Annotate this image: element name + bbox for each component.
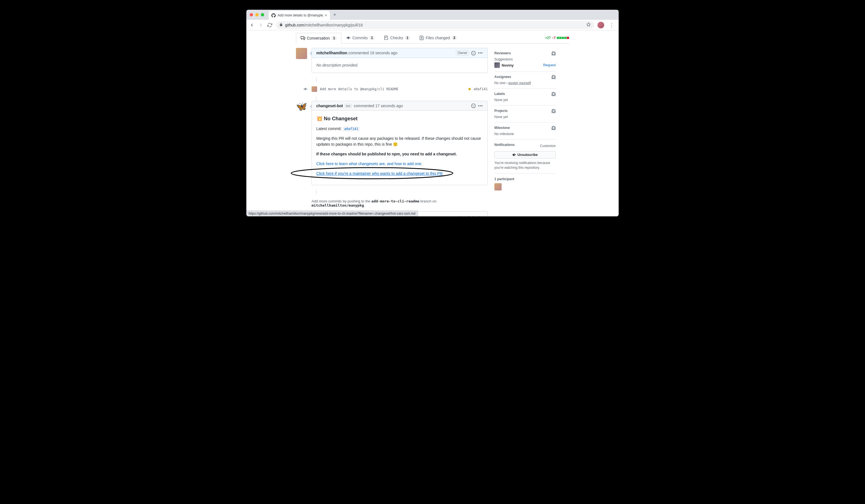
sidebar-participants: 1 participant	[494, 174, 556, 194]
comment-menu-button[interactable]: •••	[478, 104, 483, 108]
sidebar-notifications: Notifications Customize Unsubscribe You'…	[494, 140, 556, 174]
tab-title: Add more details to @manypkg	[278, 13, 323, 17]
verb: commented	[354, 104, 374, 108]
timestamp[interactable]: 19 seconds ago	[370, 51, 397, 55]
bot-avatar[interactable]: 🦋	[296, 101, 307, 112]
comment-heading: 💥 No Changeset	[316, 115, 483, 122]
section-title: Reviewers	[494, 51, 556, 55]
commit-sha-inline[interactable]: a0af141	[343, 126, 360, 131]
github-favicon-icon	[272, 13, 276, 17]
status-pending-icon[interactable]	[469, 88, 471, 90]
participant-avatar[interactable]	[494, 183, 501, 190]
section-title: Labels	[494, 92, 556, 96]
comment-header: changeset-bot bot commented 17 seconds a…	[312, 101, 487, 110]
unsubscribe-button[interactable]: Unsubscribe	[494, 151, 556, 159]
section-title: Milestone	[494, 126, 556, 130]
paragraph: Merging this PR will not cause any packa…	[316, 136, 483, 147]
file-diff-icon	[419, 36, 424, 40]
additions: +27	[545, 36, 551, 40]
assign-yourself-link[interactable]: assign yourself	[509, 81, 531, 85]
tab-conversation[interactable]: Conversation 1	[296, 33, 342, 44]
paragraph: If these changes should be published to …	[316, 151, 483, 157]
avatar[interactable]	[296, 48, 307, 59]
push-hint: Add more commits by pushing to the add-m…	[312, 199, 488, 208]
svg-marker-0	[587, 23, 590, 26]
browser-window: Add more details to @manypkg × + github.…	[246, 10, 619, 216]
forward-button[interactable]	[258, 22, 264, 28]
reviewer-name[interactable]: Noviny	[501, 63, 514, 67]
bookmark-star-icon[interactable]	[586, 22, 591, 28]
checklist-icon	[384, 36, 389, 40]
request-review-link[interactable]: Request	[543, 63, 556, 67]
reviewer-avatar[interactable]	[494, 62, 500, 68]
minimize-window-button[interactable]	[255, 13, 258, 16]
counter: 1	[332, 36, 337, 40]
gear-icon[interactable]	[552, 126, 556, 131]
main-column: mitchellhamilton commented 19 seconds ag…	[296, 48, 488, 216]
commit-sha[interactable]: a0af141	[473, 87, 488, 91]
comment-owner: mitchellhamilton commented 19 seconds ag…	[296, 48, 488, 73]
reload-button[interactable]	[267, 22, 273, 28]
learn-changesets-link[interactable]: Click here to learn what changesets are,…	[316, 162, 422, 166]
mute-icon	[512, 153, 516, 157]
gear-icon[interactable]	[552, 92, 556, 97]
author-link[interactable]: mitchellhamilton	[316, 51, 347, 55]
comment-body: No description provided.	[312, 58, 487, 73]
repo-name: mitchellhamilton/manypkg	[312, 203, 364, 208]
gear-icon[interactable]	[552, 75, 556, 80]
url-text: github.com/mitchellhamilton/manypkg/pull…	[285, 23, 363, 27]
profile-avatar[interactable]	[598, 22, 604, 28]
sidebar: Reviewers Suggestions Noviny Request Ass…	[494, 48, 556, 216]
gear-icon[interactable]	[552, 109, 556, 114]
browser-menu-button[interactable]: ⋮	[608, 22, 616, 28]
sidebar-projects: Projects None yet	[494, 106, 556, 122]
tab-label: Commits	[352, 36, 368, 40]
new-tab-button[interactable]: +	[330, 12, 340, 18]
sidebar-assignees: Assignees No one—assign yourself	[494, 72, 556, 89]
gear-icon[interactable]	[552, 51, 556, 56]
lock-icon	[279, 23, 283, 27]
browser-tab[interactable]: Add more details to @manypkg ×	[269, 11, 330, 20]
verb: commented	[348, 51, 369, 55]
tab-commits[interactable]: Commits 1	[342, 33, 379, 43]
back-button[interactable]	[249, 22, 255, 28]
commit-row: Add more details to @manypkg/cli README …	[312, 86, 488, 92]
none-yet: None yet	[494, 98, 556, 102]
comment-header: mitchellhamilton commented 19 seconds ag…	[312, 48, 487, 58]
commit-avatar[interactable]	[312, 86, 317, 92]
page-content: Conversation 1 Commits 1 Checks 1 Files …	[246, 30, 619, 216]
git-commit-icon	[303, 87, 308, 91]
owner-badge: Owner	[456, 50, 469, 56]
comment-bot: 🦋 changeset-bot bot commented 17 seconds…	[296, 101, 488, 185]
address-bar[interactable]: github.com/mitchellhamilton/manypkg/pull…	[276, 21, 594, 29]
add-changeset-link[interactable]: Click here if you're a maintainer who wa…	[316, 171, 442, 176]
counter: 3	[452, 36, 457, 40]
no-description: No description provided.	[316, 63, 358, 67]
button-label: Unsubscribe	[518, 153, 538, 157]
toolbar: github.com/mitchellhamilton/manypkg/pull…	[246, 20, 619, 30]
maximize-window-button[interactable]	[261, 13, 264, 16]
comment-body: 💥 No Changeset Latest commit: a0af141 Me…	[312, 110, 487, 185]
add-reaction-button[interactable]	[471, 50, 476, 55]
tab-strip: Add more details to @manypkg × +	[246, 10, 619, 20]
customize-link[interactable]: Customize	[540, 144, 556, 148]
comment-menu-button[interactable]: •••	[478, 51, 483, 55]
tab-close-button[interactable]: ×	[325, 13, 327, 17]
suggestions-label: Suggestions	[494, 57, 556, 61]
section-title: Assignees	[494, 75, 556, 79]
timestamp[interactable]: 17 seconds ago	[376, 104, 403, 108]
hide-checks-link[interactable]: Hide all checks	[457, 215, 483, 216]
tab-checks[interactable]: Checks 1	[379, 33, 415, 43]
no-milestone: No milestone	[494, 132, 556, 136]
deletions: −7	[552, 36, 556, 40]
diff-stat: +27 −7	[545, 36, 569, 40]
tab-files-changed[interactable]: Files changed 3	[415, 33, 461, 43]
add-reaction-button[interactable]	[471, 103, 476, 108]
close-window-button[interactable]	[250, 13, 253, 16]
counter: 1	[405, 36, 410, 40]
tab-label: Files changed	[426, 36, 450, 40]
notification-desc: You're receiving notifications because y…	[494, 161, 556, 170]
branch-name: add-more-to-cli-readme	[371, 199, 419, 203]
author-link[interactable]: changeset-bot	[316, 104, 343, 108]
commit-message[interactable]: Add more details to @manypkg/cli README	[320, 87, 399, 91]
